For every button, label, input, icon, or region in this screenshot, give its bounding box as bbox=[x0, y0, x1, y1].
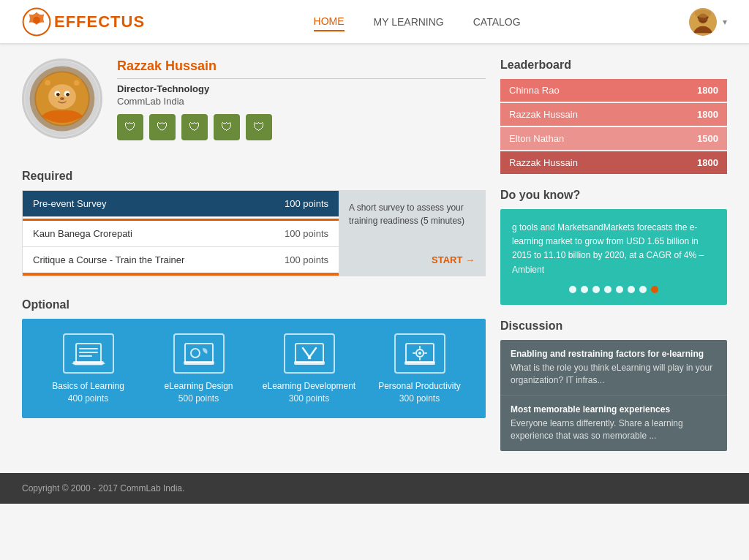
svg-rect-32 bbox=[294, 361, 325, 365]
footer: Copyright © 2000 - 2017 CommLab India. bbox=[0, 473, 749, 504]
required-description: A short survey to assess your training r… bbox=[339, 191, 485, 276]
do-you-know-title: Do you know? bbox=[500, 189, 727, 202]
profile-company: CommLab India bbox=[117, 96, 486, 107]
optional-card-1-points: 500 points bbox=[178, 393, 219, 404]
svg-rect-23 bbox=[79, 348, 98, 349]
dyk-dot-8[interactable] bbox=[651, 286, 658, 293]
profile-section: Razzak Hussain Director-Technology CommL… bbox=[22, 58, 486, 148]
svg-point-20 bbox=[74, 80, 80, 86]
dyk-dot-7[interactable] bbox=[639, 286, 647, 293]
leaderboard-row-3[interactable]: Razzak Hussain 1800 bbox=[500, 151, 727, 174]
dyk-dot-2[interactable] bbox=[581, 286, 588, 293]
nav-catalog[interactable]: CATALOG bbox=[473, 13, 521, 31]
lb-score-1: 1800 bbox=[697, 109, 718, 120]
svg-rect-36 bbox=[404, 361, 435, 365]
dyk-box: g tools and MarketsandMarkets forecasts … bbox=[500, 209, 727, 305]
optional-grid: Basics of Learning 400 points eLearning … bbox=[22, 319, 486, 418]
discussion-item-0[interactable]: Enabling and restraining factors for e-l… bbox=[500, 340, 727, 396]
left-column: Razzak Hussain Director-Technology CommL… bbox=[22, 58, 486, 451]
lb-score-3: 1800 bbox=[697, 157, 718, 168]
required-table: Pre-event Survey 100 points Kaun Banega … bbox=[23, 191, 339, 276]
start-button[interactable]: START → bbox=[432, 254, 475, 265]
discussion-item-1[interactable]: Most memorable learning experiences Ever… bbox=[500, 396, 727, 451]
required-section: Required Pre-event Survey 100 points Kau… bbox=[22, 170, 486, 276]
elearning-design-icon bbox=[181, 341, 217, 367]
nav-home[interactable]: HOME bbox=[314, 12, 345, 31]
svg-point-6 bbox=[695, 9, 712, 17]
dyk-dot-6[interactable] bbox=[628, 286, 635, 293]
required-row-0-points: 100 points bbox=[285, 198, 328, 209]
optional-card-0-points: 400 points bbox=[68, 393, 108, 404]
right-column: Leaderboard Chinna Rao 1800 Razzak Hussa… bbox=[500, 58, 727, 451]
optional-card-3[interactable]: Personal Productivity 300 points bbox=[368, 333, 471, 404]
logo-text: EFFECTUS bbox=[54, 12, 145, 31]
leaderboard-list: Chinna Rao 1800 Razzak Hussain 1800 Elto… bbox=[500, 79, 727, 174]
dyk-dot-1[interactable] bbox=[569, 286, 576, 293]
optional-card-3-title: Personal Productivity bbox=[378, 381, 461, 391]
optional-card-0-title: Basics of Learning bbox=[52, 381, 124, 391]
discussion-item-1-text: Everyone learns differently. Share a lea… bbox=[511, 417, 717, 442]
logo-icon bbox=[22, 7, 51, 37]
badge-1: 🛡 bbox=[117, 114, 143, 140]
dyk-dot-4[interactable] bbox=[604, 286, 611, 293]
profile-avatar-image bbox=[24, 58, 100, 139]
leaderboard-row-1[interactable]: Razzak Hussain 1800 bbox=[500, 103, 727, 126]
nav-my-learning[interactable]: MY LEARNING bbox=[374, 13, 444, 31]
required-row-0-title: Pre-event Survey bbox=[33, 198, 106, 209]
dyk-dot-3[interactable] bbox=[592, 286, 600, 293]
required-section-title: Required bbox=[22, 170, 486, 183]
chevron-down-icon[interactable]: ▾ bbox=[723, 17, 727, 27]
profile-name: Razzak Hussain bbox=[117, 58, 486, 74]
svg-rect-29 bbox=[184, 361, 214, 365]
main-content: Razzak Hussain Director-Technology CommL… bbox=[0, 44, 749, 466]
logo[interactable]: EFFECTUS bbox=[22, 7, 145, 37]
optional-icon-1 bbox=[173, 333, 225, 374]
discussion-item-0-text: What is the role you think eLearning wil… bbox=[511, 362, 717, 387]
optional-card-1[interactable]: eLearning Design 500 points bbox=[147, 333, 250, 404]
dyk-dot-5[interactable] bbox=[616, 286, 623, 293]
required-row-0[interactable]: Pre-event Survey 100 points bbox=[23, 191, 339, 217]
badge-2: 🛡 bbox=[149, 114, 176, 140]
required-box: Pre-event Survey 100 points Kaun Banega … bbox=[22, 190, 486, 276]
required-row-2-title: Critique a Course - Train the Trainer bbox=[33, 254, 184, 265]
optional-section: Optional Basics of L bbox=[22, 298, 486, 418]
optional-icon-3 bbox=[394, 333, 445, 374]
required-row-2-points: 100 points bbox=[285, 254, 328, 265]
leaderboard-row-0[interactable]: Chinna Rao 1800 bbox=[500, 79, 727, 102]
discussion-item-1-title: Most memorable learning experiences bbox=[511, 404, 717, 415]
svg-rect-25 bbox=[79, 355, 92, 357]
profile-title: Director-Technology bbox=[117, 83, 486, 94]
avatar bbox=[22, 58, 102, 139]
orange-progress-bar bbox=[23, 273, 339, 276]
user-avatar-icon bbox=[689, 8, 717, 36]
personal-productivity-icon bbox=[402, 341, 438, 367]
svg-rect-27 bbox=[75, 364, 102, 366]
svg-point-11 bbox=[48, 84, 76, 109]
profile-info: Razzak Hussain Director-Technology CommL… bbox=[117, 58, 486, 140]
leaderboard-row-2[interactable]: Elton Nathan 1500 bbox=[500, 127, 727, 150]
lb-score-2: 1500 bbox=[697, 133, 718, 144]
do-you-know-section: Do you know? g tools and MarketsandMarke… bbox=[500, 189, 727, 305]
optional-card-0[interactable]: Basics of Learning 400 points bbox=[37, 333, 140, 404]
discussion-item-0-title: Enabling and restraining factors for e-l… bbox=[511, 349, 717, 359]
svg-point-19 bbox=[45, 80, 50, 86]
discussion-section: Discussion Enabling and restraining fact… bbox=[500, 319, 727, 451]
svg-point-14 bbox=[56, 93, 60, 97]
dyk-content: g tools and MarketsandMarkets forecasts … bbox=[512, 221, 715, 277]
dyk-dots bbox=[512, 286, 715, 293]
elearning-dev-icon bbox=[291, 341, 328, 367]
leaderboard-title: Leaderboard bbox=[500, 58, 727, 72]
svg-line-34 bbox=[309, 348, 316, 358]
svg-rect-24 bbox=[79, 352, 98, 353]
header: EFFECTUS HOME MY LEARNING CATALOG ▾ bbox=[0, 0, 749, 44]
header-right: ▾ bbox=[689, 8, 727, 36]
required-row-1-title: Kaun Banega Crorepati bbox=[33, 228, 132, 239]
lb-name-0: Chinna Rao bbox=[509, 85, 560, 96]
svg-rect-26 bbox=[72, 363, 105, 364]
user-avatar-header[interactable] bbox=[689, 8, 717, 36]
optional-card-1-title: eLearning Design bbox=[164, 381, 233, 391]
basics-icon bbox=[70, 341, 107, 367]
required-row-1[interactable]: Kaun Banega Crorepati 100 points bbox=[23, 221, 339, 247]
optional-card-2[interactable]: eLearning Development 300 points bbox=[257, 333, 361, 404]
required-row-2[interactable]: Critique a Course - Train the Trainer 10… bbox=[23, 247, 339, 273]
